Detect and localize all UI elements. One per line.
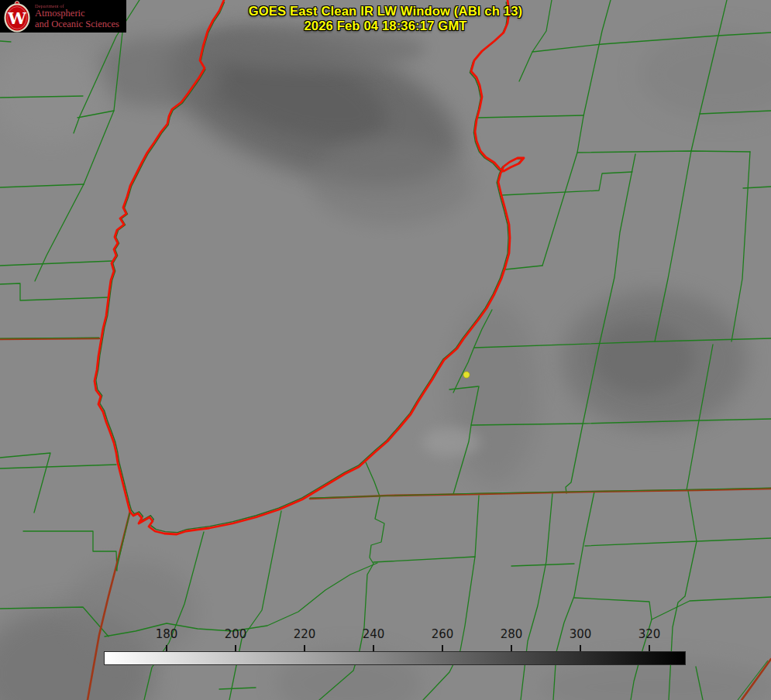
colorbar-tick-label: 180 — [156, 627, 178, 641]
colorbar-tick-label: 300 — [570, 627, 592, 641]
colorbar-tick — [649, 645, 650, 651]
colorbar-tick — [373, 645, 374, 651]
title-line-2: 2026 Feb 04 18:36:17 GMT — [0, 19, 771, 33]
satellite-map-view: 180200220240260280300320 W Department of… — [0, 0, 771, 700]
county-boundaries — [0, 0, 771, 700]
colorbar-tick-label: 260 — [432, 627, 454, 641]
colorbar-tick-label: 320 — [638, 627, 661, 641]
colorbar-tick — [235, 645, 236, 651]
image-title: GOES East Clean IR LW Window (ABI ch 13)… — [0, 4, 771, 33]
colorbar-tick-label: 200 — [225, 627, 247, 641]
colorbar-tick-label: 280 — [501, 627, 523, 641]
colorbar-tick — [304, 645, 305, 651]
colorbar-tick — [580, 645, 581, 651]
colorbar-tick-label: 220 — [294, 627, 316, 641]
title-line-1: GOES East Clean IR LW Window (ABI ch 13) — [0, 4, 771, 19]
colorbar-tick — [166, 645, 167, 651]
observation-marker — [463, 372, 470, 378]
lake-michigan-shoreline — [95, 0, 524, 534]
map-overlay — [0, 0, 771, 700]
colorbar-gradient — [104, 651, 686, 665]
state-boundaries — [0, 338, 771, 700]
colorbar-tick-label: 240 — [363, 627, 385, 641]
colorbar-tick — [511, 645, 512, 651]
colorbar-tick — [442, 645, 443, 651]
